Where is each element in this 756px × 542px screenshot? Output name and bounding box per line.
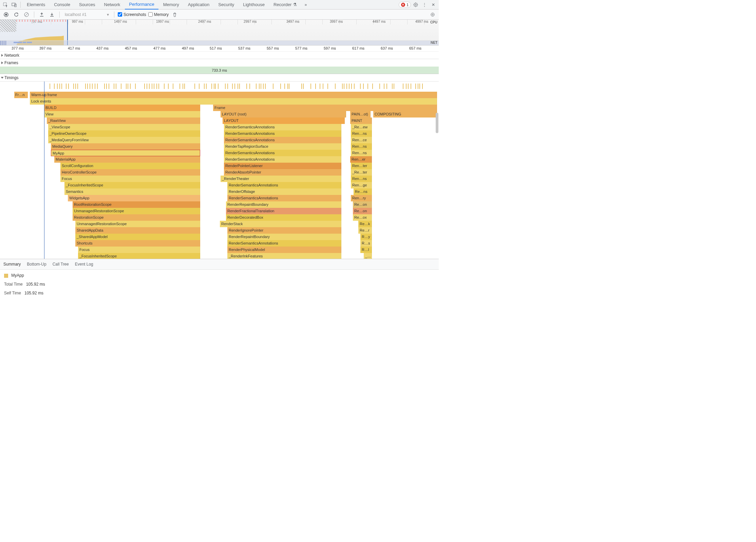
flame-bar[interactable]: RenderSemanticsAnnotations <box>224 150 341 156</box>
timings-track-header[interactable]: Timings <box>0 74 439 82</box>
flame-bar[interactable]: _PipelineOwnerScope <box>48 130 200 137</box>
flame-bar[interactable]: UnmanagedRestorationScope <box>73 208 200 214</box>
flame-bar[interactable]: Ren…ter <box>351 163 372 169</box>
details-tab-bottomup[interactable]: Bottom-Up <box>27 260 46 268</box>
clear-icon[interactable] <box>22 11 31 19</box>
flame-bar[interactable]: ScrollConfiguration <box>60 163 200 169</box>
flame-bar[interactable]: RenderStack <box>220 221 341 227</box>
flame-bar[interactable]: RenderSemanticsAnnotations <box>224 130 341 137</box>
flame-bar[interactable]: UnmanagedRestorationScope <box>75 221 200 227</box>
flame-bar[interactable]: Semantics <box>64 188 200 195</box>
tab-performance[interactable]: Performance <box>125 0 158 10</box>
tab-memory[interactable]: Memory <box>159 0 183 10</box>
overview-timeline[interactable]: 97 ms 997 ms 1497 ms 1997 ms 2497 ms 299… <box>0 20 439 46</box>
flame-bar[interactable]: RenderPointerListener <box>224 163 341 169</box>
flame-bar[interactable]: Re…k <box>358 221 372 227</box>
flame-bar[interactable]: R…s <box>360 240 372 247</box>
inspect-icon[interactable] <box>1 1 10 9</box>
details-tab-summary[interactable]: Summary <box>3 260 21 268</box>
flame-bar[interactable]: RenderDecoratedBox <box>226 214 341 221</box>
flame-bar[interactable]: Ren…ns <box>351 176 372 182</box>
panel-gear-icon[interactable] <box>429 11 437 19</box>
flame-bar[interactable]: RenderRepaintBoundary <box>227 234 341 240</box>
flame-bar[interactable]: MyApp <box>51 150 200 156</box>
flame-bar[interactable]: RootRestorationScope <box>73 201 200 208</box>
details-tab-eventlog[interactable]: Event Log <box>75 260 93 268</box>
flame-bar[interactable]: RestorationScope <box>73 214 200 221</box>
flame-bar[interactable]: Warm-up frame <box>30 92 437 98</box>
record-icon[interactable] <box>2 11 10 19</box>
flame-bar[interactable]: RenderSemanticsAnnotations <box>227 182 341 188</box>
tab-security[interactable]: Security <box>214 0 238 10</box>
flame-bar[interactable]: WidgetsApp <box>68 195 200 201</box>
tab-sources[interactable]: Sources <box>75 0 99 10</box>
flame-bar[interactable]: _RenderTheater <box>221 176 341 182</box>
tracks-area[interactable]: Network Frames 733.3 ms Timings Fr…n War… <box>0 52 439 259</box>
flame-bar[interactable]: Ren…ns <box>351 150 372 156</box>
flame-bar[interactable]: Ren…ns <box>351 143 372 150</box>
flame-bar[interactable]: SharedAppData <box>75 227 200 234</box>
flame-bar[interactable]: _RenderInkFeatures <box>227 253 341 259</box>
flame-bar[interactable]: Ren…ns <box>351 130 372 137</box>
flame-bar[interactable]: Focus <box>60 176 200 182</box>
trash-icon[interactable] <box>171 11 179 19</box>
more-tabs-icon[interactable]: » <box>302 1 310 9</box>
flame-bar[interactable]: Frame <box>213 105 437 111</box>
flame-bar[interactable]: _Re…ew <box>351 124 372 130</box>
close-icon[interactable]: ✕ <box>429 1 437 9</box>
download-icon[interactable] <box>48 11 56 19</box>
flame-bar[interactable]: RenderSemanticsAnnotations <box>224 137 341 143</box>
flame-bar[interactable]: RenderSemanticsAnnotations <box>224 156 341 163</box>
tab-application[interactable]: Application <box>184 0 214 10</box>
flame-bar[interactable]: RenderTapRegionSurface <box>224 143 341 150</box>
flame-bar[interactable]: HeroControllerScope <box>60 169 200 176</box>
flame-bar[interactable]: LAYOUT (root) <box>221 111 346 118</box>
flame-bar[interactable]: RenderIgnorePointer <box>227 227 341 234</box>
flame-bar[interactable]: _SharedAppModel <box>75 234 200 240</box>
flame-ruler[interactable]: 377 ms 397 ms 417 ms 437 ms 457 ms 477 m… <box>0 46 439 52</box>
tab-console[interactable]: Console <box>50 0 74 10</box>
flame-bar[interactable]: _… <box>364 253 372 259</box>
flame-bar[interactable]: _FocusInheritedScope <box>64 182 200 188</box>
flame-bar[interactable]: RenderSemanticsAnnotations <box>224 124 341 130</box>
flame-bar[interactable]: Ren…ry <box>351 195 372 201</box>
flame-bar[interactable]: Re…on <box>353 201 372 208</box>
memory-checkbox[interactable]: Memory <box>148 12 169 17</box>
flame-bar[interactable]: Re…on <box>353 208 372 214</box>
screenshots-checkbox[interactable]: Screenshots <box>118 12 146 17</box>
flame-bar[interactable]: Lock events <box>30 98 437 105</box>
flame-bar[interactable]: LAYOUT <box>223 118 345 124</box>
flame-bar[interactable]: BUILD <box>44 105 200 111</box>
flame-bar[interactable]: RenderPhysicalModel <box>227 247 341 253</box>
flame-bar[interactable]: _Re…ter <box>351 169 372 176</box>
flame-bar[interactable]: Re…ns <box>354 188 372 195</box>
flame-bar[interactable]: MediaQuery <box>51 143 200 150</box>
gear-icon[interactable] <box>412 1 420 9</box>
network-track-header[interactable]: Network <box>0 52 439 59</box>
flame-bar[interactable]: Ren…ce <box>351 137 372 143</box>
upload-icon[interactable] <box>38 11 46 19</box>
flame-bar[interactable]: RenderRepaintBoundary <box>226 201 341 208</box>
flame-bar[interactable]: Re…ox <box>353 214 372 221</box>
flame-bar[interactable]: RenderOffstage <box>227 188 341 195</box>
device-toggle-icon[interactable] <box>10 1 18 9</box>
flame-bar[interactable]: _FocusInheritedScope <box>78 253 200 259</box>
flame-bar[interactable]: Re…r <box>358 227 372 234</box>
details-tab-calltree[interactable]: Call Tree <box>53 260 69 268</box>
kebab-icon[interactable]: ⋮ <box>420 1 429 9</box>
reload-icon[interactable] <box>12 11 20 19</box>
flame-bar[interactable]: _MediaQueryFromView <box>48 137 200 143</box>
frames-track-header[interactable]: Frames <box>0 59 439 67</box>
flame-bar[interactable]: MaterialApp <box>54 156 200 163</box>
target-selector[interactable]: localhost #1 ▾ <box>63 12 111 17</box>
flame-bar[interactable]: RenderFractionalTranslation <box>226 208 341 214</box>
flame-bar[interactable]: Focus <box>78 247 200 253</box>
tab-elements[interactable]: Elements <box>23 0 49 10</box>
flame-bar[interactable]: Ren…er <box>350 156 372 163</box>
flame-bar[interactable]: PAIN…ot) <box>350 111 371 118</box>
flame-bar[interactable]: View <box>44 111 200 118</box>
flame-bar[interactable]: _RawView <box>47 118 200 124</box>
flame-bar[interactable]: Fr…n <box>14 92 28 98</box>
error-badge[interactable]: ✕ 1 <box>399 2 411 8</box>
flame-bar[interactable]: _ViewScope <box>48 124 200 130</box>
